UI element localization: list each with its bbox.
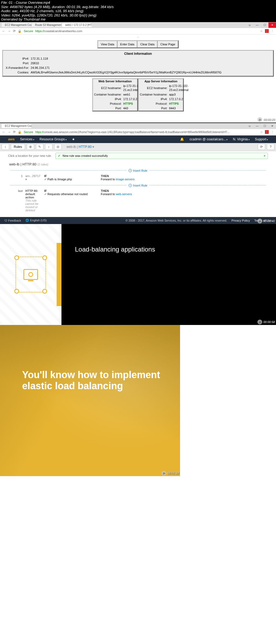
help-button[interactable]: ? [267,144,274,150]
reorder-rule-button[interactable]: ↕ [45,144,53,150]
browser-tab-web1[interactable]: web1 / 172.17.0.2 [HTTP× [62,23,92,27]
success-text: New rule was created successfully [63,154,108,157]
thumbnail-frame-3: Load-balancing applications ▷00:00:58 [0,224,276,325]
back-button[interactable]: ← [2,29,5,33]
back-button[interactable]: ← [2,130,5,134]
copyright-text: © 2008 - 2017, Amazon Web Services, Inc.… [126,219,227,222]
meta-video: Video: h264, yuv420p, 1280x720, 261 kb/s… [1,13,275,18]
add-rule-button[interactable]: ⊕ [27,144,34,150]
url-field[interactable]: https://coastalcarolinanetworks.com [35,29,82,33]
account-menu[interactable]: ccadmin @ coastalcaro... [189,137,227,141]
delete-rule-button[interactable]: ⊖ [54,144,62,150]
meta-audio: Audio: aac, 44100 Hz, 2 channels, s16, 9… [1,9,275,13]
success-banner: ✔ New rule was created successfully × [56,153,268,159]
rules-toolbar: ‹ Rules ⊕ ✎ ↕ ⊖ web-lb | HTTP:80 ▾ ⟳ ? [0,143,276,151]
rules-tab[interactable]: Rules [11,144,25,150]
bookmark-icon[interactable]: ☆ [260,130,263,134]
client-info-title: Client Information [5,52,271,56]
dismiss-button[interactable]: × [264,154,265,157]
back-button[interactable]: ‹ [2,144,9,150]
target-group-link[interactable]: web-servers [116,192,132,196]
user-icon[interactable]: ☺ [246,22,253,28]
thumbnail-frame-2: EC2 Management Conso× ☺ — ☐ ✕ ← → ⟳ 🔒 Se… [0,123,276,224]
web-server-panel: Web Server Information EC2 hostname:ip-1… [92,78,138,111]
edit-rule-button[interactable]: ✎ [36,144,43,150]
privacy-link[interactable]: Privacy Policy [232,219,250,222]
browser-tab-strip: EC2 Management Conso× ☺ — ☐ ✕ [0,123,276,129]
check-icon: ✔ [58,154,60,158]
thumbnail-frame-4: You'll know how to implement elastic loa… [0,325,180,476]
breadcrumb: web-lb | HTTP:80 ▾ [67,145,94,149]
user-icon[interactable]: ☺ [246,123,253,129]
insert-rule-line[interactable]: +Insert Rule [8,169,268,172]
region-menu[interactable]: N. Virginia [233,137,249,141]
browser-tab-strip: EC2 Management Conso× Route 53 Managemen… [0,22,276,28]
resource-groups-menu[interactable]: Resource Groups [40,137,67,141]
minimize-button[interactable]: — [253,123,261,129]
close-window-button[interactable]: ✕ [268,123,276,129]
view-data-button[interactable]: View Data [98,41,117,48]
client-info-panel: Client Information IPv4:172.31.1.118 Por… [2,50,274,77]
meta-file: File: 01 - Course Overview.mp4 [1,1,275,5]
browser-address-bar: ← → ⟳ 🔒 Secure https://console.aws.amazo… [0,129,276,135]
slide-sidebar [0,224,61,325]
timestamp-badge: ▷00:01:18 [161,471,179,476]
insert-rule-line[interactable]: +Insert Rule [8,184,268,187]
maximize-button[interactable]: ☐ [261,22,268,28]
close-window-button[interactable]: ✕ [268,22,276,28]
secure-label: Secure [24,29,33,33]
browser-tab-route53[interactable]: Route 53 Management× [32,23,61,27]
page-content: ▫ View Data Enter Data Clear Data Clear … [0,35,276,114]
maximize-button[interactable]: ☐ [261,123,268,129]
feedback-link[interactable]: 🗨 Feedback [4,219,21,222]
services-menu[interactable]: Services [20,137,34,141]
rules-subbar: Click a location for your new rule. ✔ Ne… [0,151,276,161]
pin-icon[interactable]: ★ [72,137,75,141]
bookmark-icon[interactable]: ☆ [260,29,263,33]
clear-data-button[interactable]: Clear Data [137,41,157,48]
extension-icon[interactable]: ⋮ [265,29,269,33]
app-server-panel: App Server Information EC2 hostname:ip-1… [138,78,184,111]
browser-address-bar: ← → ⟳ 🔒 Secure https://coastalcarolinane… [0,28,276,35]
support-menu[interactable]: Support [255,137,268,141]
hint-text: Click a location for your new rule. [8,154,52,157]
broken-image-icon: ▫ [2,36,274,39]
play-icon: ▷ [257,320,262,324]
secure-label: Secure [24,130,33,134]
timestamp-badge: ▷00:00:58 [257,320,275,324]
aws-logo[interactable]: aws [8,137,15,141]
clear-page-button[interactable]: Clear Page [157,41,178,48]
rule-row-default[interactable]: last HTTP 80: default actionThis rule ca… [0,189,276,213]
lock-icon: 🔒 [18,29,22,33]
meta-size: Size: 4498782 bytes (4.29 MiB), duration… [1,5,275,9]
network-diagram-icon [11,252,51,297]
thumbnail-frame-1: EC2 Management Conso× Route 53 Managemen… [0,22,276,123]
aws-footer: 🗨 Feedback 🌐 English (US) © 2008 - 2017,… [0,217,276,224]
browser-menu-icon[interactable]: ⋮ [271,29,274,33]
rule-row-1[interactable]: 1 arn...29717 ▾ IF✔Path is /image.php TH… [0,174,276,182]
target-group-link[interactable]: image-servers [116,178,135,181]
slide-headline: You'll know how to implement elastic loa… [22,369,160,392]
lock-icon: 🔒 [18,130,22,134]
play-icon: ▷ [257,117,262,122]
enter-data-button[interactable]: Enter Data [117,41,137,48]
reload-button[interactable]: ⟳ [13,29,16,33]
play-icon: ▷ [161,471,166,476]
extension-icon[interactable]: ⋮ [265,130,269,134]
browser-tab-ec2[interactable]: EC2 Management Conso× [2,23,31,27]
language-selector[interactable]: 🌐 English (US) [25,219,47,222]
minimize-button[interactable]: — [253,22,261,28]
rules-title: web-lb | HTTP:80 (2 rules) [0,161,276,167]
forward-button[interactable]: → [8,29,11,33]
forward-button[interactable]: → [8,130,11,134]
reload-button[interactable]: ⟳ [13,130,16,134]
browser-menu-icon[interactable]: ⋮ [271,130,274,134]
button-bar: View Data Enter Data Clear Data Clear Pa… [97,40,179,48]
timestamp-badge: ▷00:00:40 [257,219,275,223]
meta-generated: Generated by Thumbnail me [1,17,275,22]
browser-tab-ec2[interactable]: EC2 Management Conso× [2,124,31,128]
url-field[interactable]: https://console.aws.amazon.com/ec2/home?… [35,131,229,134]
refresh-button[interactable]: ⟳ [258,144,265,150]
timestamp-badge: ▷00:00:20 [257,117,275,122]
bell-icon[interactable]: 🔔 [180,137,184,141]
